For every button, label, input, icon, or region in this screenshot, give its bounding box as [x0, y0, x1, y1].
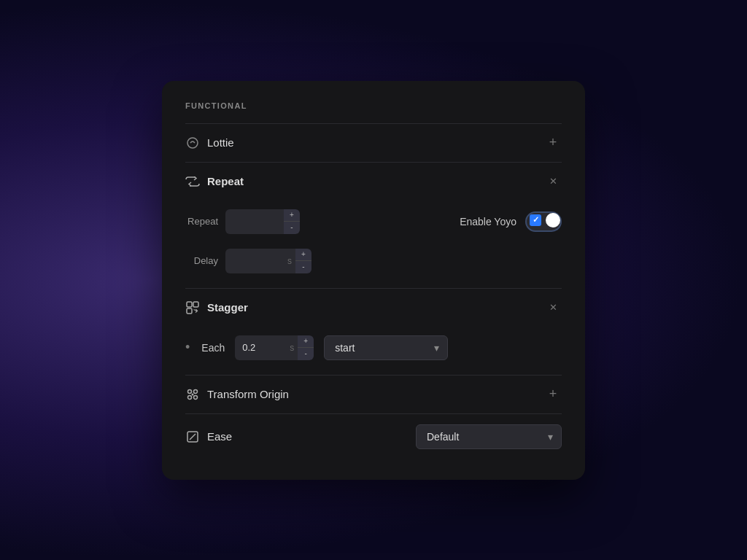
section-header: FUNCTIONAL [185, 101, 562, 110]
repeat-stepper: + - [284, 209, 300, 234]
each-input[interactable] [235, 335, 286, 360]
repeat-close-icon[interactable]: ✕ [544, 173, 562, 190]
ease-row-left: Ease [185, 429, 232, 444]
main-panel: FUNCTIONAL Lottie + [162, 81, 585, 480]
repeat-row-right: ✕ [544, 173, 562, 190]
delay-input-wrapper: s + - [225, 249, 311, 273]
repeat-label: Repeat [207, 175, 244, 187]
stagger-controls: • Each s + - start center end ▾ [185, 327, 562, 375]
repeat-control-group: Repeat + - [185, 209, 300, 234]
delay-input[interactable] [225, 249, 284, 273]
svg-point-0 [187, 138, 198, 148]
delay-unit: s [284, 249, 295, 273]
svg-point-8 [192, 393, 194, 395]
each-label: Each [201, 342, 225, 354]
each-stepper-down[interactable]: - [298, 348, 314, 360]
ease-select-wrapper: Default Linear Ease In Ease Out Ease In … [416, 424, 562, 449]
transform-origin-row-left: Transform Origin [185, 387, 289, 402]
svg-point-7 [194, 395, 198, 399]
delay-stepper: + - [295, 249, 311, 273]
checkmark-icon: ✓ [533, 215, 539, 225]
repeat-row-left: Repeat [185, 174, 244, 189]
stagger-row-left: Stagger [185, 300, 248, 315]
repeat-input[interactable] [225, 209, 284, 234]
ease-select[interactable]: Default Linear Ease In Ease Out Ease In … [416, 424, 562, 449]
repeat-controls: Repeat + - Enable Yoyo ✓ [185, 201, 562, 249]
enable-yoyo-label: Enable Yoyo [460, 216, 516, 228]
ease-label: Ease [207, 430, 232, 443]
repeat-row: Repeat ✕ [185, 162, 562, 201]
delay-controls: Delay s + - [185, 249, 562, 288]
transform-origin-label: Transform Origin [207, 388, 289, 400]
stagger-row-right: ✕ [544, 299, 562, 316]
repeat-input-wrapper: + - [225, 209, 300, 234]
stagger-select-wrapper: start center end ▾ [324, 335, 448, 360]
delay-stepper-down[interactable]: - [295, 261, 311, 273]
svg-rect-1 [187, 302, 192, 307]
each-stepper-up[interactable]: + [298, 335, 314, 348]
lottie-label: Lottie [207, 136, 234, 149]
each-stepper: + - [298, 335, 314, 360]
repeat-stepper-up[interactable]: + [284, 209, 300, 222]
toggle-thumb [546, 213, 560, 228]
svg-rect-2 [193, 302, 198, 307]
repeat-stepper-down[interactable]: - [284, 222, 300, 234]
each-unit: s [286, 335, 298, 360]
repeat-field-label: Repeat [185, 216, 218, 227]
transform-origin-icon [185, 387, 200, 402]
svg-point-5 [194, 389, 198, 393]
ease-row-right: Default Linear Ease In Ease Out Ease In … [416, 424, 562, 449]
enable-yoyo-group: Enable Yoyo ✓ [460, 211, 562, 232]
ease-icon [185, 429, 200, 444]
lottie-add-icon[interactable]: + [544, 134, 562, 152]
stagger-select[interactable]: start center end [324, 335, 448, 360]
lottie-row-left: Lottie [185, 136, 234, 150]
svg-rect-3 [187, 308, 192, 314]
toggle-check: ✓ [530, 214, 541, 226]
stagger-row: Stagger ✕ [185, 288, 562, 327]
each-bullet: • [185, 340, 190, 355]
enable-yoyo-toggle[interactable]: ✓ [525, 211, 562, 232]
stagger-icon [185, 300, 200, 315]
delay-label: Delay [185, 255, 218, 266]
transform-origin-row-right: + [544, 386, 562, 403]
svg-point-6 [188, 395, 192, 399]
transform-origin-add-icon[interactable]: + [544, 386, 562, 403]
lottie-row-right: + [544, 134, 562, 152]
each-input-wrapper: s + - [235, 335, 314, 360]
lottie-icon [185, 136, 200, 150]
repeat-icon [185, 174, 200, 189]
delay-stepper-up[interactable]: + [295, 249, 311, 261]
lottie-row: Lottie + [185, 123, 562, 162]
ease-row: Ease Default Linear Ease In Ease Out Eas… [185, 413, 562, 459]
stagger-label: Stagger [207, 301, 248, 314]
delay-control-group: Delay s + - [185, 249, 311, 273]
transform-origin-row: Transform Origin + [185, 375, 562, 413]
svg-point-4 [188, 389, 192, 393]
stagger-close-icon[interactable]: ✕ [544, 299, 562, 316]
